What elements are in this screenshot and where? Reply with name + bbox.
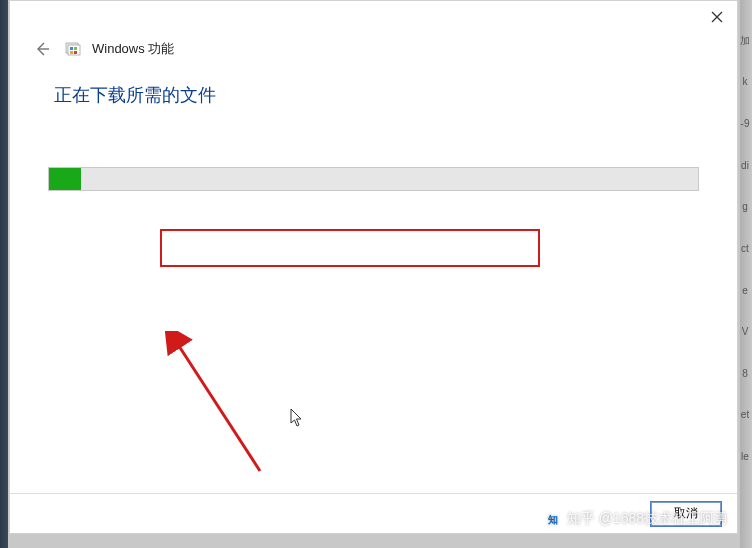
windows-features-dialog: Windows 功能 正在下载所需的文件 取消 <box>9 0 738 534</box>
svg-rect-7 <box>70 51 73 54</box>
svg-rect-6 <box>74 47 77 50</box>
progress-fill <box>49 168 81 190</box>
cursor-icon <box>290 408 306 428</box>
back-button[interactable] <box>30 37 54 61</box>
titlebar <box>10 1 737 33</box>
back-arrow-icon <box>33 40 51 58</box>
svg-rect-8 <box>74 51 77 54</box>
cancel-button-label: 取消 <box>674 505 698 522</box>
dialog-content: 正在下载所需的文件 <box>10 73 737 493</box>
dialog-title: Windows 功能 <box>92 40 174 58</box>
progress-bar <box>48 167 699 191</box>
background-fragments: 加 k -9 di g ct e V 8 et le <box>738 0 752 548</box>
annotation-red-box <box>160 229 540 267</box>
svg-rect-5 <box>70 47 73 50</box>
annotation-arrow-icon <box>165 331 275 481</box>
svg-line-10 <box>177 343 260 471</box>
close-button[interactable] <box>703 4 731 30</box>
dialog-header: Windows 功能 <box>10 33 737 73</box>
windows-features-icon <box>64 40 82 58</box>
cancel-button[interactable]: 取消 <box>651 502 721 526</box>
status-heading: 正在下载所需的文件 <box>48 83 699 107</box>
close-icon <box>711 11 723 23</box>
dialog-footer: 取消 <box>10 493 737 533</box>
